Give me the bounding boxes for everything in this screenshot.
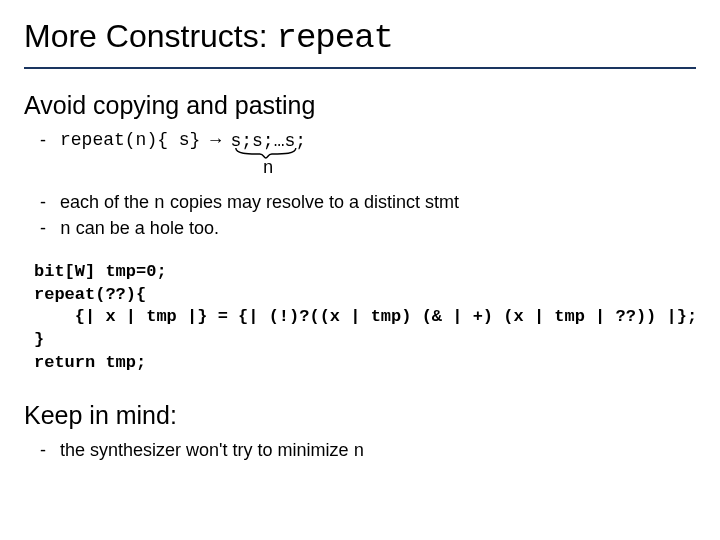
bullet-minimize-n: the synthesizer won't try to minimize n xyxy=(60,438,696,464)
title-code: repeat xyxy=(277,19,393,57)
section-heading-1: Avoid copying and pasting xyxy=(24,91,696,120)
bullet-repeat-expansion: repeat(n){ s} → s;s;…s; n xyxy=(60,128,696,190)
bullet-list-1: repeat(n){ s} → s;s;…s; n each of the n … xyxy=(24,128,696,243)
slide-title: More Constructs: repeat xyxy=(24,18,696,67)
bullet-distinct-stmt: each of the n copies may resolve to a di… xyxy=(60,190,696,216)
section-heading-2: Keep in mind: xyxy=(24,401,696,430)
arrow-icon: → xyxy=(200,128,230,153)
brace-label: n xyxy=(263,156,274,181)
code-block: bit[W] tmp=0; repeat(??){ {| x | tmp |} … xyxy=(34,261,696,376)
repeat-syntax: repeat(n){ s} xyxy=(60,128,200,153)
bullet-n-hole: n can be a hole too. xyxy=(60,216,696,242)
title-divider xyxy=(24,67,696,69)
title-prefix: More Constructs: xyxy=(24,18,277,54)
bullet-list-2: the synthesizer won't try to minimize n xyxy=(24,438,696,464)
